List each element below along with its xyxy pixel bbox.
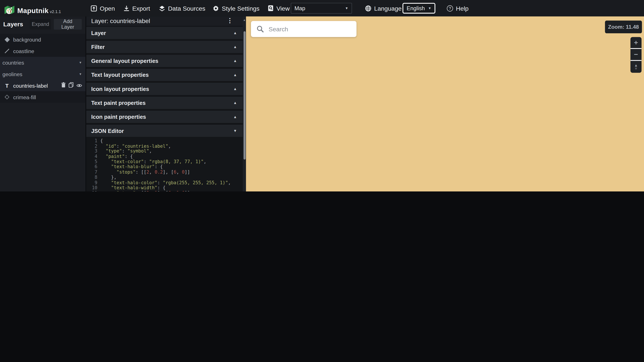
collapse-up-icon: ▲ bbox=[233, 73, 237, 77]
chevron-down-icon: ▾ bbox=[80, 61, 82, 65]
app-title: Maputnik bbox=[17, 7, 48, 15]
chevron-down-icon: ▾ bbox=[80, 72, 82, 76]
open-menu-item[interactable]: Open bbox=[91, 0, 115, 17]
section-icon-layout[interactable]: Icon layout properties ▲ bbox=[86, 82, 243, 95]
view-label: View bbox=[276, 5, 290, 12]
layer-editor-header: Layer: countries-label ⋮ bbox=[86, 17, 243, 26]
chevron-down-icon: ▼ bbox=[345, 6, 348, 10]
duplicate-layer-icon[interactable] bbox=[69, 82, 74, 89]
zoom-level-badge: Zoom: 11.48 bbox=[605, 21, 642, 34]
json-code-editor[interactable]: 1234567891011121314151617181920212223242… bbox=[86, 137, 243, 192]
view-mode-value: Map bbox=[294, 5, 305, 11]
delete-layer-icon[interactable] bbox=[61, 82, 66, 89]
compass-reset-bearing-button[interactable]: ▲▼ bbox=[630, 61, 642, 73]
app-version: v2.1.1 bbox=[50, 9, 61, 14]
code-line[interactable]: "type": "symbol", bbox=[100, 149, 240, 154]
search-input[interactable] bbox=[268, 25, 356, 33]
section-general-layout[interactable]: General layout properties ▲ bbox=[86, 54, 243, 67]
maputnik-app: Maputnik v2.1.1 Open Export Data Sources bbox=[0, 0, 644, 192]
language-select[interactable]: English ▼ bbox=[402, 3, 435, 14]
chevron-down-icon: ▼ bbox=[428, 6, 431, 10]
section-layer[interactable]: Layer ▲ bbox=[86, 26, 243, 39]
code-lines[interactable]: { "id": "countries-label", "type": "symb… bbox=[100, 139, 240, 192]
map-canvas[interactable]: Zoom: 11.48 + − ▲▼ MapLibre i bbox=[246, 17, 644, 192]
brand: Maputnik v2.1.1 bbox=[4, 3, 61, 15]
line-icon bbox=[3, 48, 11, 54]
help-label: Help bbox=[456, 5, 468, 12]
search-icon bbox=[256, 26, 264, 32]
language-menu-item: Language bbox=[365, 0, 402, 17]
layer-editor-panel: Layer: countries-label ⋮ Layer ▲ Filter … bbox=[86, 17, 246, 192]
layer-group-label: geolines bbox=[2, 71, 22, 77]
collapse-up-icon: ▲ bbox=[233, 101, 237, 105]
view-mode-select[interactable]: Map ▼ bbox=[291, 3, 352, 14]
panel-scrollbar-thumb[interactable] bbox=[243, 31, 245, 160]
open-label: Open bbox=[100, 5, 115, 12]
help-icon: ? bbox=[447, 5, 453, 11]
export-icon bbox=[124, 5, 129, 11]
section-text-layout[interactable]: Text layout properties ▲ bbox=[86, 68, 243, 81]
code-line[interactable]: }, bbox=[100, 175, 240, 180]
zoom-in-button[interactable]: + bbox=[630, 37, 642, 49]
layer-label: background bbox=[13, 36, 41, 42]
help-menu-item[interactable]: ? Help bbox=[447, 0, 469, 17]
map-terrain bbox=[246, 17, 644, 192]
code-line[interactable]: "text-halo-color": "rgba(255, 255, 255, … bbox=[100, 180, 240, 186]
section-json-editor[interactable]: JSON Editor ▼ bbox=[86, 124, 243, 137]
code-line[interactable]: "text-halo-blur": { bbox=[100, 165, 240, 170]
layer-group-geolines[interactable]: geolines ▾ bbox=[0, 68, 86, 80]
top-toolbar: Maputnik v2.1.1 Open Export Data Sources bbox=[0, 0, 644, 17]
expand-button[interactable]: Expand bbox=[30, 19, 51, 29]
code-line[interactable]: "text-color": "rgba(8, 37, 77, 1)", bbox=[100, 159, 240, 165]
collapse-up-icon: ▲ bbox=[233, 87, 237, 91]
fill-diamond-icon bbox=[3, 38, 11, 41]
layer-group-countries[interactable]: countries ▾ bbox=[0, 57, 86, 68]
code-line[interactable]: "paint": { bbox=[100, 154, 240, 159]
layer-item-crimea-fill[interactable]: crimea-fill bbox=[0, 91, 86, 103]
map-zoom-controls: + − ▲▼ bbox=[630, 37, 642, 73]
language-value: English bbox=[406, 5, 425, 11]
code-line[interactable]: "stops": [[2, 1], [6, 1.6]] bbox=[100, 191, 240, 192]
add-layer-button[interactable]: Add Layer bbox=[54, 19, 82, 29]
code-line[interactable]: { bbox=[100, 139, 240, 144]
data-sources-menu-item[interactable]: Data Sources bbox=[159, 0, 205, 17]
outline-diamond-icon bbox=[3, 95, 11, 99]
layer-item-coastline[interactable]: coastline bbox=[0, 45, 86, 57]
globe-icon bbox=[365, 5, 371, 11]
code-line[interactable]: "stops": [[2, 0.2], [6, 0]] bbox=[100, 170, 240, 175]
layer-group-label: countries bbox=[2, 59, 24, 66]
layer-item-countries-label[interactable]: T countries-label bbox=[0, 80, 86, 91]
line-number-gutter: 1234567891011121314151617181920212223242… bbox=[86, 139, 100, 192]
section-icon-paint[interactable]: Icon paint properties ▲ bbox=[86, 110, 243, 123]
open-icon bbox=[91, 5, 97, 11]
zoom-out-button[interactable]: − bbox=[630, 49, 642, 61]
section-filter[interactable]: Filter ▲ bbox=[86, 40, 243, 53]
language-label: Language bbox=[374, 5, 402, 12]
code-line[interactable]: "text-halo-width": { bbox=[100, 186, 240, 191]
code-line[interactable]: "id": "countries-label", bbox=[100, 144, 240, 149]
text-layer-icon: T bbox=[3, 82, 11, 89]
expand-down-icon: ▼ bbox=[233, 129, 237, 133]
collapse-up-icon: ▲ bbox=[233, 45, 237, 49]
view-menu-item[interactable]: View bbox=[268, 0, 290, 17]
layer-editor-title: Layer: countries-label bbox=[91, 17, 150, 24]
maputnik-logo-icon bbox=[4, 5, 15, 17]
layer-options-kebab-icon[interactable]: ⋮ bbox=[226, 17, 233, 24]
layer-label: coastline bbox=[13, 48, 34, 54]
collapse-up-icon: ▲ bbox=[233, 115, 237, 119]
layers-panel-title: Layers bbox=[3, 21, 23, 28]
panel-scrollbar[interactable]: ▲ ▼ bbox=[243, 17, 246, 192]
map-search-box bbox=[251, 21, 356, 37]
layers-sidebar: Layers Expand Add Layer background coast… bbox=[0, 17, 86, 192]
data-sources-label: Data Sources bbox=[168, 5, 205, 12]
layer-item-background[interactable]: background bbox=[0, 34, 86, 45]
style-settings-menu-item[interactable]: Style Settings bbox=[213, 0, 260, 17]
layer-label: crimea-fill bbox=[13, 94, 36, 100]
export-menu-item[interactable]: Export bbox=[124, 0, 150, 17]
style-settings-label: Style Settings bbox=[222, 5, 260, 12]
data-sources-icon bbox=[159, 5, 165, 11]
view-icon bbox=[268, 5, 273, 12]
scroll-up-icon[interactable]: ▲ bbox=[243, 19, 246, 21]
section-text-paint[interactable]: Text paint properties ▲ bbox=[86, 96, 243, 109]
toggle-visibility-eye-icon[interactable] bbox=[76, 82, 82, 89]
